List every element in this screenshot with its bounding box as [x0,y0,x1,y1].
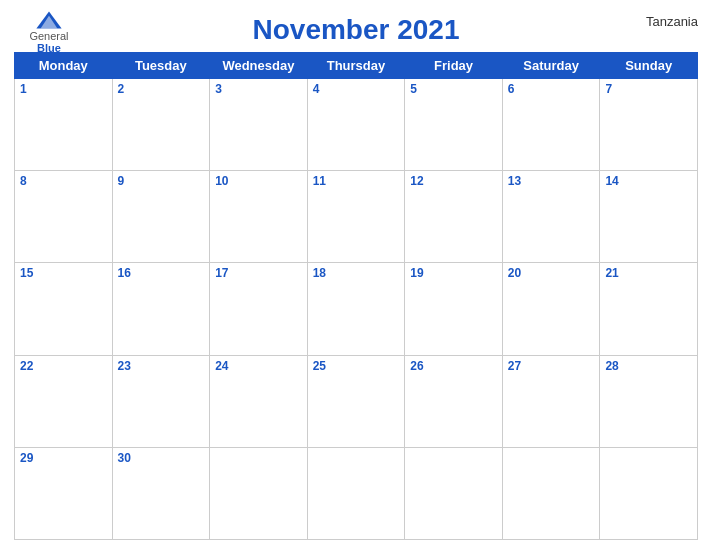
calendar-cell [210,447,308,539]
calendar-cell: 28 [600,355,698,447]
day-number: 23 [118,359,205,373]
day-number: 17 [215,266,302,280]
logo-area: General Blue [14,10,84,54]
col-friday: Friday [405,53,503,79]
calendar-cell [502,447,600,539]
calendar-cell: 20 [502,263,600,355]
calendar-cell: 19 [405,263,503,355]
col-thursday: Thursday [307,53,405,79]
day-number: 25 [313,359,400,373]
day-number: 6 [508,82,595,96]
calendar-cell: 13 [502,171,600,263]
calendar-cell: 3 [210,79,308,171]
calendar-cell: 16 [112,263,210,355]
day-number: 7 [605,82,692,96]
logo-blue-text: Blue [37,42,61,54]
day-number: 9 [118,174,205,188]
week-row-2: 891011121314 [15,171,698,263]
day-number: 5 [410,82,497,96]
calendar-cell: 9 [112,171,210,263]
calendar-cell: 4 [307,79,405,171]
calendar-cell: 6 [502,79,600,171]
day-number: 16 [118,266,205,280]
day-number: 4 [313,82,400,96]
calendar-cell: 10 [210,171,308,263]
day-number: 24 [215,359,302,373]
day-number: 10 [215,174,302,188]
col-monday: Monday [15,53,113,79]
calendar-cell: 24 [210,355,308,447]
logo-general-text: General [29,30,68,42]
calendar-cell [307,447,405,539]
calendar-wrapper: General Blue November 2021 Tanzania Mond… [0,0,712,550]
week-row-4: 22232425262728 [15,355,698,447]
calendar-cell: 2 [112,79,210,171]
calendar-cell: 7 [600,79,698,171]
month-title: November 2021 [252,14,459,46]
day-number: 27 [508,359,595,373]
day-number: 21 [605,266,692,280]
calendar-cell: 25 [307,355,405,447]
day-number: 28 [605,359,692,373]
col-saturday: Saturday [502,53,600,79]
day-number: 8 [20,174,107,188]
day-number: 13 [508,174,595,188]
day-number: 14 [605,174,692,188]
col-sunday: Sunday [600,53,698,79]
calendar-cell: 12 [405,171,503,263]
day-number: 22 [20,359,107,373]
calendar-cell: 23 [112,355,210,447]
week-row-5: 2930 [15,447,698,539]
calendar-cell: 22 [15,355,113,447]
col-wednesday: Wednesday [210,53,308,79]
day-number: 18 [313,266,400,280]
week-row-1: 1234567 [15,79,698,171]
calendar-cell [405,447,503,539]
general-blue-logo-icon [35,10,63,30]
day-number: 15 [20,266,107,280]
day-number: 1 [20,82,107,96]
calendar-cell: 21 [600,263,698,355]
week-row-3: 15161718192021 [15,263,698,355]
calendar-cell: 30 [112,447,210,539]
day-number: 12 [410,174,497,188]
calendar-cell: 29 [15,447,113,539]
calendar-table: Monday Tuesday Wednesday Thursday Friday… [14,52,698,540]
calendar-header: General Blue November 2021 Tanzania [14,10,698,46]
days-of-week-row: Monday Tuesday Wednesday Thursday Friday… [15,53,698,79]
calendar-cell: 18 [307,263,405,355]
day-number: 30 [118,451,205,465]
calendar-cell: 26 [405,355,503,447]
day-number: 2 [118,82,205,96]
calendar-cell: 17 [210,263,308,355]
calendar-cell: 1 [15,79,113,171]
calendar-cell: 15 [15,263,113,355]
country-label: Tanzania [646,14,698,29]
day-number: 20 [508,266,595,280]
col-tuesday: Tuesday [112,53,210,79]
calendar-cell: 11 [307,171,405,263]
calendar-cell: 14 [600,171,698,263]
day-number: 19 [410,266,497,280]
calendar-cell [600,447,698,539]
day-number: 11 [313,174,400,188]
day-number: 3 [215,82,302,96]
day-number: 29 [20,451,107,465]
calendar-cell: 8 [15,171,113,263]
calendar-cell: 5 [405,79,503,171]
day-number: 26 [410,359,497,373]
calendar-cell: 27 [502,355,600,447]
